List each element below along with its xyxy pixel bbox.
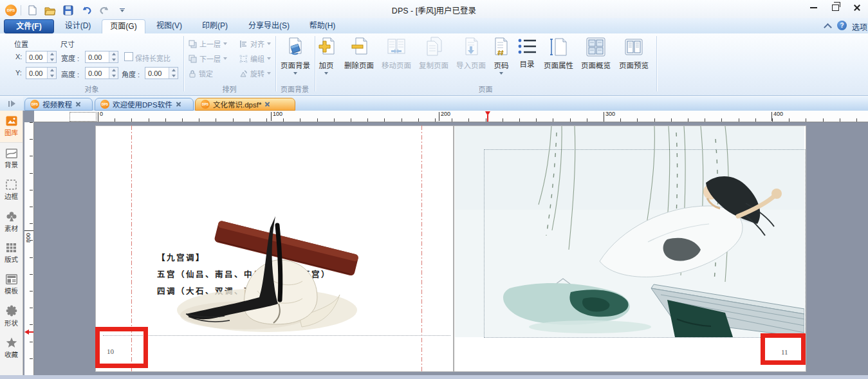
align-button[interactable]: 对齐: [239, 38, 271, 50]
keep-aspect-ratio-label: 保持长宽比: [135, 53, 171, 63]
panel-toggle-button[interactable]: [0, 97, 23, 111]
x-spinner-arrows[interactable]: [47, 51, 56, 62]
toc-button[interactable]: 目录: [514, 37, 540, 69]
window-bottom-border: [0, 375, 868, 379]
footer-guide-line: [103, 335, 450, 336]
sidebar-item-border[interactable]: 边框: [0, 174, 23, 206]
ruler-origin-box: [69, 112, 97, 122]
help-icon[interactable]: ?: [837, 21, 847, 30]
page-preview-button[interactable]: 页面预览: [615, 37, 652, 70]
close-button[interactable]: [846, 0, 868, 15]
send-backward-button[interactable]: 下一层: [189, 53, 227, 64]
collapse-ribbon-icon[interactable]: [825, 23, 831, 32]
angle-input[interactable]: [145, 67, 178, 79]
template-icon: [6, 274, 17, 284]
tab-page[interactable]: 页面(G): [102, 19, 145, 34]
image-selection-border[interactable]: [484, 149, 806, 338]
sidebar-item-background[interactable]: 背景: [0, 143, 23, 174]
ribbon-tab-bar: 文件(F) 设计(D) 页面(G) 视图(V) 印刷(P) 分享导出(S) 帮助…: [0, 18, 868, 33]
window-title: DPS - [季风]用户已登录: [0, 4, 868, 16]
dps-application-window: DPS DPS - [季风]用户已登录: [0, 0, 868, 379]
dps-file-icon: DPS: [201, 100, 210, 109]
keep-aspect-ratio-checkbox[interactable]: [124, 52, 133, 61]
rotate-button[interactable]: 旋转: [239, 68, 271, 79]
page-background-group-label: 页面背景: [275, 84, 314, 94]
background-icon: [6, 149, 17, 158]
angle-label: 角度 :: [122, 69, 140, 79]
star-icon: [6, 337, 17, 348]
lock-button[interactable]: 锁定: [189, 68, 213, 79]
close-tab-icon[interactable]: [264, 102, 270, 107]
page-number-button[interactable]: 页码: [488, 37, 514, 75]
import-page-button[interactable]: 导入页面: [452, 37, 490, 70]
x-input[interactable]: [26, 51, 57, 63]
page-properties-button[interactable]: 页面属性: [540, 37, 577, 70]
width-spinner-arrows[interactable]: [109, 51, 118, 62]
dps-file-icon: DPS: [100, 100, 109, 109]
tab-help[interactable]: 帮助(H): [302, 19, 342, 32]
title-bar: DPS DPS - [季风]用户已登录: [0, 0, 868, 18]
border-icon: [6, 180, 17, 190]
position-title: 位置: [14, 39, 28, 49]
dps-file-icon: DPS: [30, 100, 39, 109]
size-title: 尺寸: [60, 39, 75, 49]
y-input[interactable]: [26, 67, 57, 79]
minimize-button[interactable]: [802, 0, 824, 15]
copy-page-button[interactable]: 复制页面: [415, 37, 452, 70]
options-button[interactable]: 选项: [852, 21, 867, 32]
restore-button[interactable]: [824, 0, 846, 15]
ruler-label: 0: [100, 111, 103, 117]
doc-tab-video-tutorial[interactable]: DPS 视频教程: [24, 98, 93, 111]
add-page-button[interactable]: 加页: [313, 37, 340, 75]
sidebar-item-shape[interactable]: 形状: [0, 300, 23, 332]
sidebar-item-gallery[interactable]: 图库: [0, 111, 23, 143]
sidebar-item-favorites[interactable]: 收藏: [0, 332, 23, 364]
design-canvas[interactable]: 0 100 200 300 400 800 【九宫调】 五宫（仙吕、南吕、中吕、…: [23, 111, 868, 375]
height-input[interactable]: [85, 67, 118, 79]
horizontal-ruler: 0 100 200 300 400: [34, 111, 868, 122]
doc-tab-welcome[interactable]: DPS 欢迎使用DPS软件: [95, 98, 194, 111]
page-background-button[interactable]: 页面背景: [277, 37, 313, 75]
highlight-box-left-page-number: [95, 327, 148, 368]
width-input[interactable]: [85, 51, 118, 63]
height-spinner-arrows[interactable]: [109, 68, 118, 79]
ribbon: 位置 尺寸 X: Y: 宽度 : 高度 : 保持长宽比 角度 : 对象: [0, 33, 868, 96]
sidebar-item-layout[interactable]: 版式: [0, 237, 23, 269]
shape-icon: [6, 305, 17, 317]
page-group-label: 页面: [315, 84, 656, 94]
doc-tab-culture-knowledge[interactable]: DPS 文化常识.dpsf*: [195, 98, 295, 111]
arrange-group-label: 排列: [183, 84, 275, 94]
x-label: X:: [15, 53, 22, 60]
left-page-artwork[interactable]: [171, 214, 370, 336]
ruler-label: 400: [773, 111, 783, 117]
delete-page-button[interactable]: 删除页面: [340, 37, 378, 70]
close-tab-icon[interactable]: [75, 102, 81, 107]
sidebar-item-template[interactable]: 模板: [0, 269, 23, 300]
height-label: 高度 :: [61, 69, 79, 79]
doc-tab-label: 欢迎使用DPS软件: [113, 99, 172, 109]
tab-view[interactable]: 视图(V): [149, 19, 189, 32]
left-panel: 图库 背景 边框 素材 版式 模板 形状 收藏: [0, 111, 23, 379]
y-spinner-arrows[interactable]: [47, 68, 56, 79]
flower-icon: [6, 211, 17, 222]
bring-forward-button[interactable]: 上一层: [189, 38, 227, 50]
sidebar-item-material[interactable]: 素材: [0, 206, 23, 237]
close-tab-icon[interactable]: [176, 102, 181, 107]
ruler-label: 200: [441, 111, 450, 117]
tab-file[interactable]: 文件(F): [4, 19, 54, 33]
angle-spinner-arrows[interactable]: [169, 68, 178, 79]
tab-design[interactable]: 设计(D): [58, 19, 98, 32]
group-button[interactable]: 编组: [239, 53, 271, 64]
doc-tab-label: 视频教程: [42, 99, 72, 109]
page-spine: [454, 125, 454, 372]
gallery-icon: [6, 116, 17, 126]
tab-share-export[interactable]: 分享导出(S): [241, 19, 297, 32]
object-group-label: 对象: [0, 84, 183, 94]
highlight-box-right-page-number: [761, 333, 806, 365]
doc-tab-label: 文化常识.dpsf*: [213, 99, 261, 109]
y-label: Y:: [15, 69, 22, 77]
vertical-ruler: 800: [24, 122, 34, 375]
tab-print[interactable]: 印刷(P): [194, 19, 235, 32]
move-page-button[interactable]: 移动页面: [378, 37, 415, 70]
page-overview-button[interactable]: 页面概览: [577, 37, 614, 70]
